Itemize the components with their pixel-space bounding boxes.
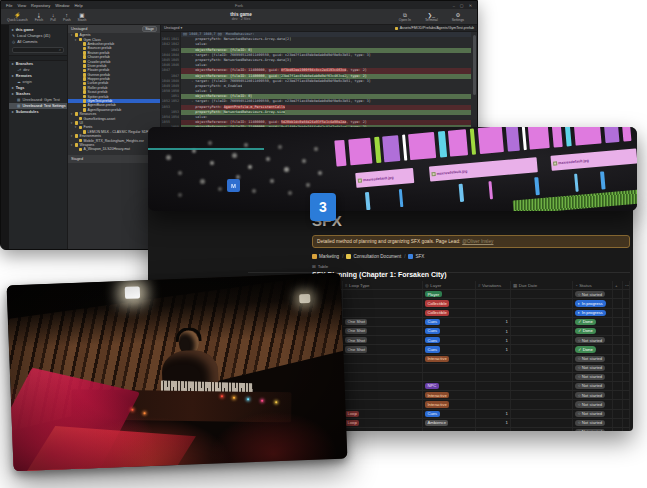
cell--: [623, 318, 630, 326]
push-button[interactable]: ↑Push: [63, 12, 71, 22]
page-icon: [408, 254, 413, 259]
cell-loop-type: [343, 355, 423, 363]
git-window-title: Fork: [235, 3, 243, 8]
stage-button[interactable]: Stage: [142, 26, 157, 32]
timeline-clip: [408, 132, 436, 160]
status-icon: ○: [578, 411, 581, 416]
status-badge: ○Not started: [575, 401, 605, 407]
column-header-due-date[interactable]: ▦Due Date: [511, 281, 573, 289]
cell-layer: Collectible: [423, 309, 476, 317]
breadcrumb-separator: /: [342, 254, 343, 259]
quick-launch-button[interactable]: ⚡Quick Launch: [7, 12, 28, 22]
cell-due-date: [511, 327, 573, 335]
sidebar-item-all-commits[interactable]: ◷All Commits: [9, 39, 67, 45]
menu-help[interactable]: Help: [74, 3, 82, 8]
stash-button[interactable]: ▣Stash: [78, 12, 87, 22]
expand-icon: ▾: [74, 125, 77, 129]
cell-due-date: [511, 391, 573, 399]
step-number-badge: 3: [310, 193, 336, 221]
column-icon: ◎: [425, 283, 429, 288]
cell--: [623, 382, 630, 390]
cell--: [613, 428, 623, 431]
person-mention[interactable]: @Oliver Insley: [462, 239, 493, 244]
cell--: [623, 428, 630, 431]
cell-layer: Collectible: [423, 299, 476, 307]
cell--: [623, 355, 630, 363]
fetch-button[interactable]: ⭳Fetch: [35, 12, 43, 22]
view-tab-table[interactable]: ⊞ Table: [312, 264, 328, 269]
column-header-+[interactable]: +: [613, 281, 623, 289]
cell-status: ○Not started: [573, 410, 613, 418]
chevron-icon: ▸: [12, 92, 14, 96]
column-header-layer[interactable]: ◎Layer: [423, 281, 476, 289]
column-header-status[interactable]: ◔Status: [573, 281, 613, 289]
tree-file-a-weapon-dls20heavy-mat[interactable]: A_Weapon_DLS20Heavy.mat: [68, 147, 160, 151]
cell-loop-type: One Shot: [343, 345, 423, 353]
cell-status: ○Not started: [573, 400, 613, 408]
layer-tag: NPC: [425, 383, 439, 389]
column-header--[interactable]: ⋯: [623, 281, 630, 289]
cell-variations: 1: [476, 419, 511, 427]
breadcrumb-item-consultation-document[interactable]: Consultation Document: [346, 254, 401, 259]
audio-clip: [600, 171, 606, 189]
terminal-button[interactable]: ❯_Terminal: [425, 12, 438, 22]
bokeh-dot: [244, 143, 248, 147]
breadcrumb: Marketing/Consultation Document/SFX: [312, 254, 424, 259]
status-icon: ○: [578, 429, 581, 431]
cell--: [623, 391, 630, 399]
layer-tag: Cues: [425, 346, 440, 352]
file-icon: [83, 99, 87, 103]
git-repo-status[interactable]: this game dev · 2 files: [181, 12, 301, 21]
loop-type-tag: One Shot: [345, 328, 367, 334]
breadcrumb-item-marketing[interactable]: Marketing: [312, 254, 339, 259]
timeline-clip: [382, 135, 400, 162]
maximize-icon[interactable]: ▢: [460, 3, 464, 8]
menu-file[interactable]: File: [6, 3, 12, 8]
column-header-variations[interactable]: #Variations: [476, 281, 511, 289]
page-icon: [312, 254, 317, 259]
cell-variations: [476, 309, 511, 317]
cell--: [613, 419, 623, 427]
file-icon: [83, 55, 87, 59]
open-in-button[interactable]: ⧉Open In: [399, 12, 411, 22]
cell-layer: [423, 428, 476, 431]
menu-window[interactable]: Window: [55, 3, 69, 8]
cell--: [623, 364, 630, 372]
cell-loop-type: [343, 373, 423, 381]
diff-scrollbar[interactable]: [473, 35, 476, 95]
clip-thumbnail: [357, 178, 361, 182]
cell-due-date: [511, 419, 573, 427]
cell-layer: Interactive: [423, 391, 476, 399]
status-icon: ○: [578, 393, 581, 398]
vignette: [7, 273, 348, 472]
close-icon[interactable]: ✕: [469, 3, 472, 8]
sidebar-section-submodules[interactable]: ▸Submodules: [9, 109, 67, 115]
cell-loop-type: One Shot: [343, 318, 423, 326]
pull-button[interactable]: ↓Pull: [50, 12, 56, 22]
menu-repository[interactable]: Repository: [31, 3, 50, 8]
audio-clip: [488, 181, 493, 199]
minimize-icon[interactable]: –: [453, 3, 455, 8]
cell-layer: [423, 364, 476, 372]
cell-status: ○Not started: [573, 382, 613, 390]
file-icon: [83, 104, 87, 108]
timeline-clip: [573, 127, 601, 146]
status-icon: ○: [578, 420, 581, 425]
breadcrumb-item-sfx[interactable]: SFX: [408, 254, 424, 259]
column-header-loop-type[interactable]: ≡Loop Type: [343, 281, 423, 289]
diff-view-selector[interactable]: Unstaged ▾: [164, 26, 182, 30]
status-icon: ○: [578, 402, 581, 407]
sidebar-search-input[interactable]: ⌕: [12, 47, 64, 53]
column-icon: #: [478, 283, 480, 288]
cell--: [623, 400, 630, 408]
cell-status: ✓Done: [573, 327, 613, 335]
timeline-clip: [522, 127, 527, 150]
timeline-clip: [448, 129, 468, 156]
timeline-clip: [506, 127, 520, 152]
cell-layer: Cues: [423, 327, 476, 335]
cell-due-date: [511, 290, 573, 298]
menu-view[interactable]: View: [17, 3, 26, 8]
cell-layer: Cues: [423, 410, 476, 418]
search-icon: ⌕: [59, 48, 61, 52]
settings-button[interactable]: ⚙Settings: [452, 12, 464, 22]
